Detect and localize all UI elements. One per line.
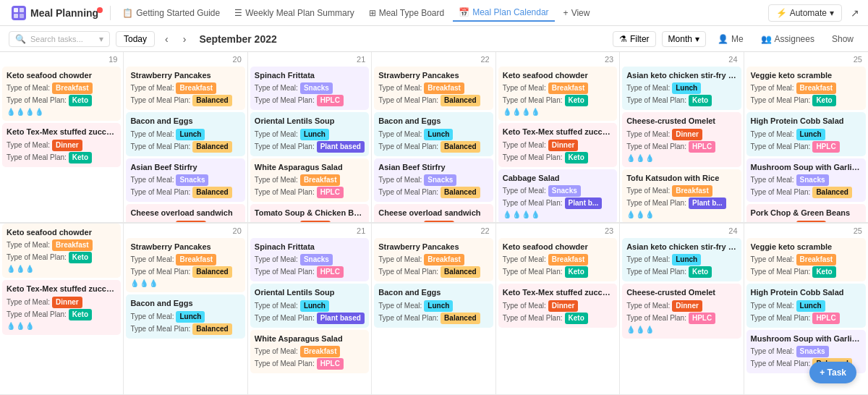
search-icon: 🔍 [15,34,26,44]
getting-started-icon: 📋 [122,8,133,18]
card-title: Asian Beef Stirfry [378,162,488,173]
meal-card[interactable]: Cheese overload sandwichType of Meal:Din… [126,204,244,222]
search-chevron: ▾ [99,34,103,44]
tab-calendar[interactable]: 📅 Meal Plan Calendar [453,4,554,22]
water-intake: 💧💧💧 [130,279,240,289]
day-number: 24 [620,52,743,67]
day-column: 21Spinach FrittataType of Meal:SnacksTyp… [248,224,372,395]
nav-right: ⚡ Automate ▾ ↗ [768,4,862,22]
me-button[interactable]: 👤 Me [712,32,749,46]
meal-card[interactable]: Bacon and EggsType of Meal:LunchType of … [126,112,244,156]
meal-card[interactable]: Strawberry PancakesType of Meal:Breakfas… [126,238,244,292]
automate-btn[interactable]: ⚡ Automate ▾ [768,4,842,22]
meal-card[interactable]: Keto seafood chowderType of Meal:Breakfa… [2,224,121,278]
day-column: 25Veggie keto scrambleType of Meal:Break… [744,52,868,223]
meal-card[interactable]: Cabbage SaladType of Meal:SnacksType of … [498,169,617,222]
app-title: Meal Planning [30,7,98,19]
meal-card[interactable]: Cheese-crusted OmeletType of Meal:Dinner… [622,112,741,166]
meal-card[interactable]: Strawberry PancakesType of Meal:Breakfas… [126,67,244,110]
meal-card[interactable]: Asian keto chicken stir-fry with bro...T… [622,67,741,110]
meal-card[interactable]: White Asparagus SaladType of Meal:Breakf… [250,158,369,202]
meal-card[interactable]: Keto Tex-Mex stuffed zucchini b...Type o… [2,280,121,334]
month-button[interactable]: Month ▾ [662,31,706,47]
top-nav: Meal Planning 📋 Getting Started Guide ☰ … [0,0,868,26]
share-icon[interactable]: ↗ [851,7,859,19]
meal-card[interactable]: Keto Tex-Mex stuffed zucchini boatType o… [2,123,121,166]
card-title: White Asparagus Salad [255,334,365,344]
meal-card[interactable]: Mushroom Soup with Garlic Bre...Type of … [746,158,866,202]
water-intake: 💧💧💧💧 [503,210,613,220]
toolbar-right: ⚗ Filter Month ▾ 👤 Me 👥 Assignees Show [613,31,859,47]
meal-card[interactable]: Cheese overload sandwichType of Meal:Din… [374,204,493,222]
day-column: 23Keto seafood chowderType of Meal:Break… [496,224,620,395]
weekly-summary-icon: ☰ [234,8,242,18]
meal-card[interactable]: Bacon and EggsType of Meal:LunchType of … [374,112,493,156]
card-title: Strawberry Pancakes [378,242,488,252]
card-title: Tofu Katsudon with Rice [626,173,736,184]
add-view-btn[interactable]: + View [558,5,596,21]
meal-card[interactable]: Bacon and EggsType of Meal:LunchType of … [126,294,244,338]
nav-divider-1 [110,6,111,20]
meal-card[interactable]: Strawberry PancakesType of Meal:Breakfas… [374,67,493,110]
meal-card[interactable]: Keto Tex-Mex stuffed zucchini b...Type o… [498,284,617,327]
day-column: 24Asian keto chicken stir-fry with t...T… [620,224,744,395]
meal-card[interactable]: High Protein Cobb SaladType of Meal:Lunc… [746,284,866,327]
meal-card[interactable]: Asian keto chicken stir-fry with t...Typ… [622,238,741,281]
meal-card[interactable]: Asian Beef StirfryType of Meal:SnacksTyp… [126,158,244,202]
day-number: 20 [124,52,247,67]
meal-card[interactable]: Spinach FrittataType of Meal:SnacksType … [250,238,369,281]
day-number: 25 [744,52,868,67]
meal-card[interactable]: Keto seafood chowderType of Meal:Breakfa… [2,67,121,121]
meal-card[interactable]: Asian Beef StirfryType of Meal:SnacksTyp… [374,158,493,202]
meal-card[interactable]: Veggie keto scrambleType of Meal:Breakfa… [746,238,866,281]
meal-card[interactable]: Oriental Lentils SoupType of Meal:LunchT… [250,284,369,327]
meal-card[interactable]: Oriental Lentils SoupType of Meal:LunchT… [250,112,369,156]
card-title: Mushroom Soup with Garlic Bre... [751,334,861,344]
plus-icon: + [563,8,569,18]
svg-rect-3 [20,14,24,18]
card-title: White Asparagus Salad [255,162,365,173]
meal-card[interactable]: Tomato Soup & Chicken BarbecueType of Me… [250,204,369,222]
card-title: Cabbage Salad [503,173,613,184]
meal-card[interactable]: Keto seafood chowderType of Meal:Breakfa… [498,67,617,121]
tab-getting-started[interactable]: 📋 Getting Started Guide [116,5,226,21]
meal-card[interactable]: Keto seafood chowderType of Meal:Breakfa… [498,238,617,281]
meal-card[interactable]: Spinach FrittataType of Meal:SnacksType … [250,67,369,110]
tab-weekly-summary[interactable]: ☰ Weekly Meal Plan Summary [229,5,360,21]
assignees-button[interactable]: 👥 Assignees [755,32,820,46]
meal-card[interactable]: Keto Tex-Mex stuffed zucchini b...Type o… [498,123,617,166]
card-title: Asian Beef Stirfry [130,162,240,173]
meal-card[interactable]: Veggie keto scrambleType of Meal:Breakfa… [746,67,866,110]
meal-card[interactable]: Bacon and EggsType of Meal:LunchType of … [374,284,493,327]
meal-card[interactable]: Cheese-crusted OmeletType of Meal:Dinner… [622,284,741,338]
filter-button[interactable]: ⚗ Filter [613,31,656,47]
card-title: Veggie keto scramble [751,242,861,252]
month-chevron: ▾ [695,34,699,44]
prev-arrow[interactable]: ‹ [161,31,173,47]
next-arrow[interactable]: › [179,31,191,47]
week-2: Keto seafood chowderType of Meal:Breakfa… [0,224,868,395]
meal-card[interactable]: High Protein Cobb SaladType of Meal:Lunc… [746,112,866,156]
meal-card[interactable]: Pork Chop & Green BeansType of Meal:Dinn… [746,204,866,222]
tab-meal-type-board[interactable]: ⊞ Meal Type Board [363,5,451,21]
day-number: 24 [620,224,743,238]
show-button[interactable]: Show [826,32,859,46]
today-button[interactable]: Today [116,31,155,47]
card-title: Keto seafood chowder [503,242,613,252]
calendar-icon: 📅 [459,7,469,17]
meal-card[interactable]: Tofu Katsudon with RiceType of Meal:Brea… [622,169,741,222]
card-title: Keto seafood chowder [503,70,613,81]
card-title: Bacon and Eggs [378,116,488,127]
day-column: 23Keto seafood chowderType of Meal:Break… [496,52,620,223]
card-title: Strawberry Pancakes [130,70,240,81]
add-task-button[interactable]: + Task [809,362,856,383]
card-title: Bacon and Eggs [130,298,240,309]
day-number: 20 [124,224,247,238]
day-number: 22 [372,52,495,67]
meal-card[interactable]: Strawberry PancakesType of Meal:Breakfas… [374,238,493,281]
day-number: 25 [744,224,868,238]
search-box[interactable]: 🔍 Search tasks... ▾ [9,31,110,47]
meal-card[interactable]: White Asparagus SaladType of Meal:Breakf… [250,330,369,373]
week-1: 19Keto seafood chowderType of Meal:Break… [0,52,868,224]
card-title: Keto Tex-Mex stuffed zucchini b... [503,127,613,137]
